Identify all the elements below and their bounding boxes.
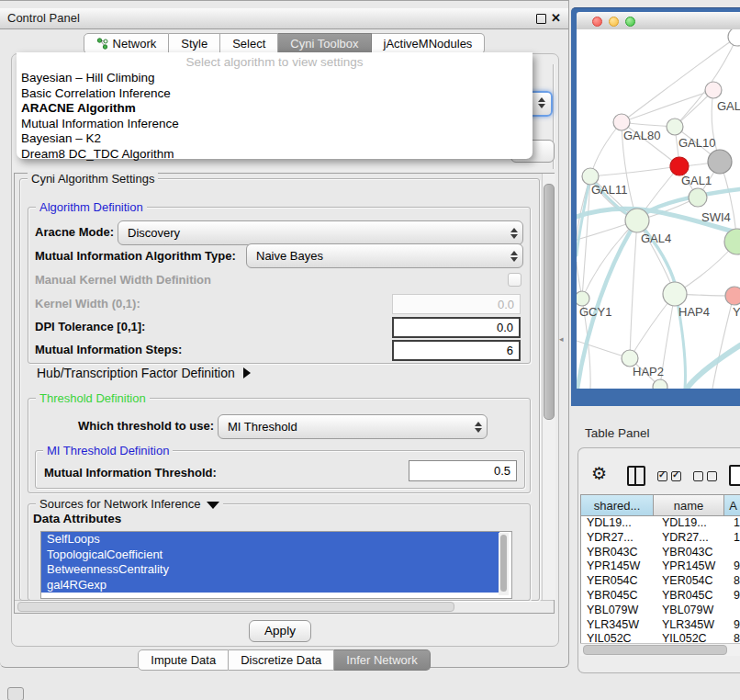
- list-item[interactable]: gal4RGexp: [41, 578, 499, 593]
- network-node[interactable]: [708, 150, 732, 174]
- float-window-icon[interactable]: [536, 14, 546, 24]
- cell-name: YBR043C: [658, 546, 728, 560]
- tab-jactivemnodules[interactable]: jActiveMNodules: [372, 33, 486, 54]
- cell-shared-name: YBR045C: [581, 589, 658, 604]
- cell-value: 12: [728, 531, 740, 546]
- tab-impute-data-label: Impute Data: [151, 650, 216, 670]
- unchecked-checkboxes-icon[interactable]: [693, 471, 717, 481]
- column-header-partial[interactable]: A: [724, 494, 740, 516]
- which-threshold-select[interactable]: MI Threshold: [218, 414, 488, 439]
- network-node-swi4[interactable]: [689, 188, 707, 207]
- node-label: GAL: [717, 99, 740, 113]
- network-node[interactable]: [728, 29, 740, 46]
- network-node[interactable]: [705, 82, 722, 98]
- menu-item[interactable]: Dream8 DC_TDC Algorithm: [21, 147, 174, 161]
- aracne-mode-select[interactable]: Discovery: [118, 220, 523, 245]
- network-node-gal10[interactable]: [667, 119, 683, 135]
- settings-vertical-scrollbar-thumb[interactable]: [544, 184, 555, 420]
- list-item[interactable]: TopologicalCoefficient: [41, 548, 499, 563]
- network-node-gal1-selected[interactable]: [670, 157, 689, 175]
- column-header-shared[interactable]: shared...: [580, 494, 654, 516]
- list-item[interactable]: SelfLoops: [41, 532, 499, 548]
- gear-icon[interactable]: ⚙: [591, 463, 607, 484]
- network-node[interactable]: [725, 287, 740, 305]
- document-icon[interactable]: [729, 465, 740, 486]
- table-horizontal-scrollbar-thumb[interactable]: [583, 645, 727, 655]
- sources-title-text: Sources for Network Inference: [39, 497, 201, 511]
- tab-style-label: Style: [181, 34, 207, 53]
- menu-item[interactable]: Bayesian – Hill Climbing: [21, 71, 155, 85]
- attributes-scrollbar-thumb[interactable]: [500, 535, 507, 592]
- hub-definition-label: Hub/Transcription Factor Definition: [37, 366, 235, 380]
- node-table[interactable]: YDL19...YDL19...13 YDR27...YDR27...12 YB…: [580, 516, 740, 643]
- cell-value: 9.: [728, 589, 740, 604]
- collapse-down-icon[interactable]: [207, 502, 219, 509]
- split-table-icon[interactable]: [627, 466, 645, 486]
- table-row[interactable]: YPR145WYPR145W9.: [581, 559, 740, 574]
- tab-network[interactable]: Network: [84, 33, 170, 54]
- mi-threshold-label: Mutual Information Threshold:: [44, 466, 217, 480]
- table-row[interactable]: YLR345WYLR345W9.: [581, 618, 740, 633]
- cell-value: 9.: [728, 559, 740, 574]
- hub-definition-toggle[interactable]: Hub/Transcription Factor Definition: [37, 366, 251, 380]
- cyni-algorithm-settings-title: Cyni Algorithm Settings: [28, 172, 158, 186]
- node-label: GAL11: [591, 183, 628, 197]
- list-item[interactable]: BetweennessCentrality: [41, 562, 499, 578]
- network-view[interactable]: GAL GAL80 GAL10 GAL1 GAL11 SWI4 GAL4 GCY…: [577, 29, 740, 389]
- table-panel-title: Table Panel: [585, 426, 650, 440]
- table-row[interactable]: YDL19...YDL19...13: [581, 516, 740, 531]
- tab-select-label: Select: [232, 34, 265, 53]
- network-node-hap4[interactable]: [663, 282, 687, 306]
- expand-right-icon[interactable]: [243, 367, 251, 378]
- control-panel-titlebar[interactable]: Control Panel ✕: [0, 8, 568, 29]
- splitter-collapse-arrow[interactable]: ◂: [559, 334, 564, 344]
- menu-item-selected[interactable]: ARACNE Algorithm: [21, 101, 136, 115]
- network-node[interactable]: [724, 229, 740, 254]
- data-attributes-list[interactable]: SelfLoops TopologicalCoefficient Between…: [40, 531, 512, 599]
- dpi-tolerance-input[interactable]: [392, 317, 521, 338]
- mi-threshold-input[interactable]: [409, 460, 517, 481]
- mi-algorithm-type-select[interactable]: Naive Bayes: [246, 243, 523, 268]
- settings-horizontal-scrollbar-thumb[interactable]: [17, 602, 454, 612]
- mi-steps-input[interactable]: [392, 340, 521, 361]
- close-icon[interactable]: ✕: [551, 8, 561, 28]
- tab-discretize-data[interactable]: Discretize Data: [229, 649, 334, 671]
- network-icon: [96, 38, 108, 50]
- column-header-name[interactable]: name: [654, 494, 724, 516]
- node-label: HAP4: [678, 305, 710, 319]
- tab-style[interactable]: Style: [169, 33, 220, 54]
- menu-item[interactable]: Bayesian – K2: [21, 131, 101, 145]
- table-row[interactable]: YBR043CYBR043C: [581, 546, 740, 560]
- cell-shared-name: YDL19...: [581, 516, 658, 531]
- cell-name: YBR045C: [658, 589, 728, 604]
- mi-algorithm-type-label: Mutual Information Algorithm Type:: [35, 249, 236, 263]
- network-window-titlebar[interactable]: [577, 12, 740, 30]
- zoom-traffic-light-icon[interactable]: [625, 17, 635, 27]
- table-row[interactable]: YER054CYER054C8.: [581, 574, 740, 589]
- tab-infer-network[interactable]: Infer Network: [334, 649, 430, 671]
- table-row[interactable]: YBL079WYBL079W: [581, 604, 740, 618]
- tab-impute-data[interactable]: Impute Data: [138, 649, 229, 671]
- menu-item[interactable]: Mutual Information Inference: [21, 117, 179, 130]
- checked-checkboxes-icon[interactable]: [657, 471, 681, 481]
- apply-button[interactable]: Apply: [249, 620, 311, 642]
- tab-cyni-toolbox[interactable]: Cyni Toolbox: [278, 33, 371, 54]
- menu-item[interactable]: Basic Correlation Inference: [21, 86, 171, 100]
- which-threshold-label: Which threshold to use:: [78, 419, 214, 433]
- algorithm-placeholder: Select algorithm to view settings: [17, 55, 533, 69]
- network-node[interactable]: [653, 379, 667, 389]
- collapsed-panel-icon[interactable]: [7, 687, 24, 700]
- table-row[interactable]: YDR27...YDR27...12: [581, 531, 740, 546]
- network-node-gcy1[interactable]: [577, 291, 589, 306]
- checked-box-icon: [671, 471, 681, 481]
- network-graph[interactable]: GAL GAL80 GAL10 GAL1 GAL11 SWI4 GAL4 GCY…: [577, 29, 740, 389]
- network-node-gal4[interactable]: [625, 209, 649, 232]
- combo-arrows-icon: [506, 228, 522, 239]
- table-row[interactable]: YIL052CYIL052C8: [581, 632, 740, 643]
- table-row[interactable]: YBR045CYBR045C9.: [581, 589, 740, 604]
- close-traffic-light-icon[interactable]: [592, 17, 602, 27]
- minimize-traffic-light-icon[interactable]: [609, 17, 619, 27]
- manual-kernel-width-checkbox[interactable]: [508, 273, 521, 287]
- tab-select[interactable]: Select: [220, 33, 278, 54]
- kernel-width-input[interactable]: [392, 294, 521, 314]
